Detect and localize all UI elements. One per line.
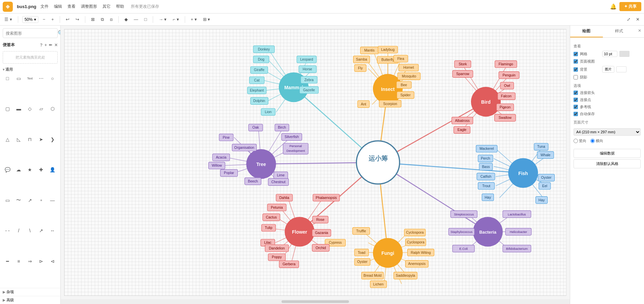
shape-cloud[interactable]: ☁ bbox=[14, 166, 23, 173]
svg-text:Swallow: Swallow bbox=[499, 116, 512, 120]
shape-extra[interactable]: ⊳ bbox=[36, 258, 46, 265]
shape-cross[interactable]: ✚ bbox=[36, 166, 46, 173]
shape-extra2[interactable]: ⊲ bbox=[48, 258, 57, 265]
shape-text[interactable]: Text bbox=[25, 75, 35, 82]
portrait-radio[interactable] bbox=[574, 139, 578, 143]
sidebar-toggle-button[interactable]: ☰ ▾ bbox=[3, 16, 14, 23]
canvas-area[interactable]: 运小筹 Mammal Donkey Dog Giraffe Cat Elepha… bbox=[61, 26, 570, 304]
shape-arrow-ne[interactable]: ↗ bbox=[36, 227, 46, 234]
landscape-radio[interactable] bbox=[590, 139, 595, 143]
menu-adjust[interactable]: 调整图形 bbox=[81, 4, 97, 9]
svg-text:Orchid: Orchid bbox=[316, 246, 326, 250]
shape-backslash[interactable]: \ bbox=[25, 227, 35, 234]
canvas-inner[interactable]: 运小筹 Mammal Donkey Dog Giraffe Cat Elepha… bbox=[64, 29, 566, 296]
expand-button[interactable]: ⤢ bbox=[625, 16, 632, 23]
grid-checkbox[interactable] bbox=[574, 52, 578, 56]
background-img-button[interactable]: 图片 bbox=[602, 66, 614, 73]
shape-rect2[interactable]: ▭ bbox=[14, 75, 23, 82]
shape-thick-line[interactable]: ━ bbox=[3, 258, 12, 265]
shape-callout[interactable]: 💬 bbox=[3, 166, 12, 173]
zoom-in-button[interactable]: + bbox=[50, 16, 56, 23]
connect-arrow-checkbox[interactable] bbox=[574, 91, 578, 95]
shape-slash[interactable]: / bbox=[14, 227, 23, 234]
shape-cylinder[interactable]: ⊓ bbox=[25, 136, 35, 143]
shape-arrow-right[interactable]: ➤ bbox=[36, 136, 46, 143]
background-color-box[interactable] bbox=[616, 66, 626, 72]
shape-hexagon[interactable]: ⬡ bbox=[48, 105, 57, 112]
share-button[interactable]: ✦ 共享 bbox=[619, 2, 641, 11]
shape-curved-arrow[interactable]: ↗ bbox=[25, 197, 35, 204]
zoom-out-button[interactable]: − bbox=[41, 16, 47, 23]
shape-right-triangle[interactable]: ◺ bbox=[14, 136, 23, 143]
shape-rect3[interactable]: ▬ bbox=[14, 105, 23, 112]
section-misc[interactable]: ▶ 杂项 bbox=[0, 288, 60, 296]
paste-style-button[interactable]: ⧈ bbox=[108, 16, 114, 23]
shape-rounded-rect[interactable]: ▢ bbox=[3, 105, 12, 112]
tab-draw[interactable]: 绘图 bbox=[570, 26, 603, 37]
shape-chevron[interactable]: ❯ bbox=[48, 136, 57, 143]
menu-edit[interactable]: 编辑 bbox=[54, 4, 62, 9]
shape-rect-button[interactable]: □ bbox=[143, 16, 149, 23]
shape-process[interactable]: ▭ bbox=[3, 197, 12, 204]
stencil-help-icon[interactable]: ? bbox=[40, 43, 42, 47]
search-box[interactable]: 🔍 bbox=[3, 28, 58, 38]
add-button[interactable]: + ▾ bbox=[189, 16, 199, 23]
shape-ellipse[interactable]: ○ bbox=[48, 75, 57, 82]
clear-style-button[interactable]: 清除默认风格 bbox=[574, 159, 641, 168]
grid-value-input[interactable] bbox=[602, 51, 617, 57]
zoom-control[interactable]: 50% ▾ bbox=[22, 16, 38, 23]
scrollbar-thumb[interactable] bbox=[282, 300, 349, 303]
redo-button[interactable]: ↪ bbox=[74, 16, 81, 23]
horizontal-scrollbar[interactable] bbox=[61, 299, 570, 304]
shape-person[interactable]: 👤 bbox=[48, 166, 57, 173]
copy-style-button[interactable]: ⧉ bbox=[99, 16, 106, 23]
shape-diamond[interactable]: ◇ bbox=[25, 105, 35, 112]
background-checkbox[interactable] bbox=[574, 67, 578, 72]
shape-dotted-line[interactable]: ⋯ bbox=[36, 75, 46, 82]
shape-complex-arrow[interactable]: ⇒ bbox=[25, 258, 35, 265]
line-color-button[interactable]: — bbox=[132, 16, 140, 23]
landscape-radio-label[interactable]: 横向 bbox=[590, 138, 603, 143]
arrow-button[interactable]: → ▾ bbox=[157, 16, 169, 23]
connector-button[interactable]: ⌐ ▾ bbox=[171, 16, 180, 23]
svg-text:Ant: Ant bbox=[361, 102, 366, 106]
menu-view[interactable]: 查看 bbox=[67, 4, 76, 9]
fill-color-button[interactable]: ◆ bbox=[123, 16, 129, 23]
menu-file[interactable]: 文件 bbox=[40, 4, 49, 9]
page-size-select[interactable]: A4 (210 mm × 297 mm) bbox=[574, 128, 641, 136]
tab-style[interactable]: 样式 bbox=[603, 26, 636, 37]
menu-help[interactable]: 帮助 bbox=[116, 4, 124, 9]
collapse-button[interactable]: ✕ bbox=[634, 16, 641, 23]
section-advanced[interactable]: ▶ 高级 bbox=[0, 296, 60, 304]
connect-point-checkbox[interactable] bbox=[574, 98, 578, 102]
shape-triangle[interactable]: △ bbox=[3, 136, 12, 143]
right-close-icon[interactable]: ✕ bbox=[635, 26, 644, 37]
shape-multi-line[interactable]: ≡ bbox=[14, 258, 23, 265]
stencil-close-icon[interactable]: ✕ bbox=[54, 43, 58, 47]
delete-button[interactable]: ⊠ bbox=[89, 16, 96, 23]
zoom-dropdown-icon[interactable]: ▾ bbox=[34, 17, 36, 22]
ref-line-checkbox[interactable] bbox=[574, 105, 578, 109]
shape-parallelogram[interactable]: ▱ bbox=[36, 105, 46, 112]
shape-wavy[interactable]: 〜 bbox=[14, 197, 23, 204]
shape-list[interactable]: ≡ bbox=[36, 197, 46, 204]
auto-save-checkbox[interactable] bbox=[574, 112, 578, 116]
menu-other[interactable]: 其它 bbox=[103, 4, 111, 9]
portrait-radio-label[interactable]: 竖向 bbox=[574, 138, 586, 143]
shape-star[interactable]: ★ bbox=[25, 166, 35, 173]
bell-icon[interactable]: 🔔 bbox=[610, 3, 617, 10]
shape-double-arrow[interactable]: ↔ bbox=[48, 227, 57, 234]
undo-button[interactable]: ↩ bbox=[64, 16, 71, 23]
shape-rect[interactable]: □ bbox=[3, 75, 12, 82]
shadow-checkbox[interactable] bbox=[574, 75, 578, 79]
stencil-edit-icon[interactable]: ✏ bbox=[49, 43, 52, 47]
shape-line[interactable]: — bbox=[48, 197, 57, 204]
edit-data-button[interactable]: 编辑数据 bbox=[574, 149, 641, 158]
zoom-value[interactable]: 50% bbox=[25, 17, 33, 22]
grid-color-box[interactable] bbox=[619, 51, 630, 57]
stencil-add-icon[interactable]: + bbox=[45, 43, 47, 47]
search-input[interactable] bbox=[6, 31, 56, 36]
shape-dashed[interactable]: - - bbox=[3, 227, 12, 234]
table-button[interactable]: ⊞ ▾ bbox=[201, 16, 212, 23]
page-view-checkbox[interactable] bbox=[574, 59, 578, 64]
